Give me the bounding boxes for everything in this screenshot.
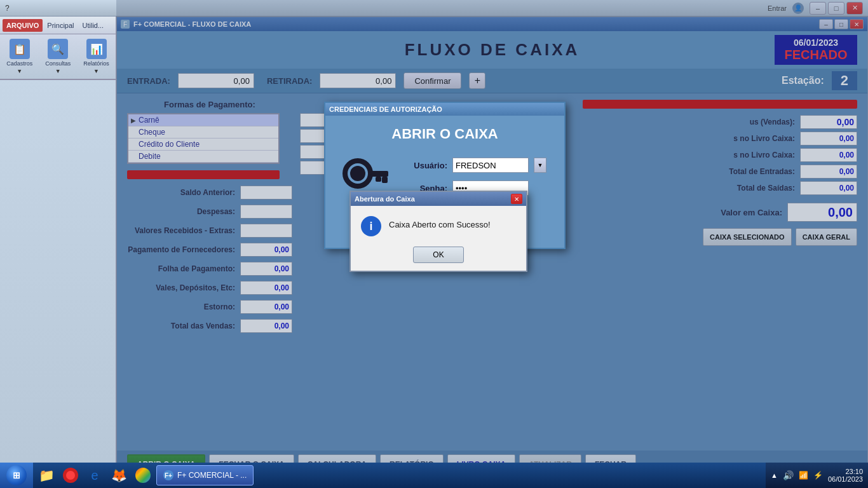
relatorios-btn[interactable]: 📊 Relatórios ▼ — [79, 36, 113, 77]
show-hidden-icons[interactable]: ▲ — [771, 471, 778, 479]
svg-rect-4 — [376, 177, 381, 182]
usuario-dropdown[interactable]: ▼ — [534, 158, 546, 173]
tray-network[interactable]: 📶 — [799, 471, 808, 480]
auth-header: ABRIR O CAIXA — [336, 126, 554, 142]
taskbar-icon-chrome[interactable] — [132, 464, 154, 486]
taskbar-clock: 23:10 06/01/2023 — [828, 468, 863, 483]
usuario-label: Usuário: — [403, 161, 447, 170]
taskbar-icon-ie[interactable]: e — [84, 464, 105, 486]
success-message: Caixa Aberto com Sucesso! — [389, 216, 491, 229]
menu-arquivo[interactable]: ARQUIVO — [3, 19, 43, 32]
success-title-text: Abertura do Caixa — [355, 195, 511, 203]
tray-volume[interactable]: 🔊 — [783, 470, 794, 480]
taskbar: ⊞ 📁 e 🦊 F+ F+ COMER — [0, 463, 868, 488]
tray-battery[interactable]: ⚡ — [813, 471, 823, 480]
menu-utilidades[interactable]: Utilid... — [79, 19, 108, 32]
info-icon: i — [361, 216, 381, 236]
menu-principal[interactable]: Principal — [43, 19, 78, 32]
svg-rect-3 — [382, 177, 388, 183]
start-button[interactable]: ⊞ — [0, 463, 33, 488]
svg-rect-2 — [368, 171, 388, 177]
success-close-btn[interactable]: ✕ — [511, 194, 522, 204]
ok-btn[interactable]: OK — [413, 247, 464, 263]
success-dialog: Abertura do Caixa ✕ i Caixa Aberto com S… — [349, 191, 527, 272]
taskbar-app-label: F+ COMERCIAL - ... — [177, 471, 247, 480]
taskbar-icon-opera[interactable] — [60, 464, 81, 486]
cadastros-btn[interactable]: 📋 Cadastros ▼ — [3, 36, 36, 77]
usuario-input[interactable] — [452, 158, 529, 173]
auth-dialog-title: CREDENCIAIS DE AUTORIZAÇÃO — [329, 105, 560, 113]
taskbar-icon-firefox[interactable]: 🦊 — [108, 464, 130, 486]
svg-point-1 — [350, 166, 365, 181]
taskbar-app-fplus[interactable]: F+ F+ COMERCIAL - ... — [156, 465, 254, 485]
consultas-btn[interactable]: 🔍 Consultas ▼ — [41, 36, 74, 77]
taskbar-icon-folder[interactable]: 📁 — [36, 464, 57, 486]
window-help[interactable]: ? — [5, 4, 10, 13]
usuario-row: Usuário: ▼ — [403, 158, 546, 173]
